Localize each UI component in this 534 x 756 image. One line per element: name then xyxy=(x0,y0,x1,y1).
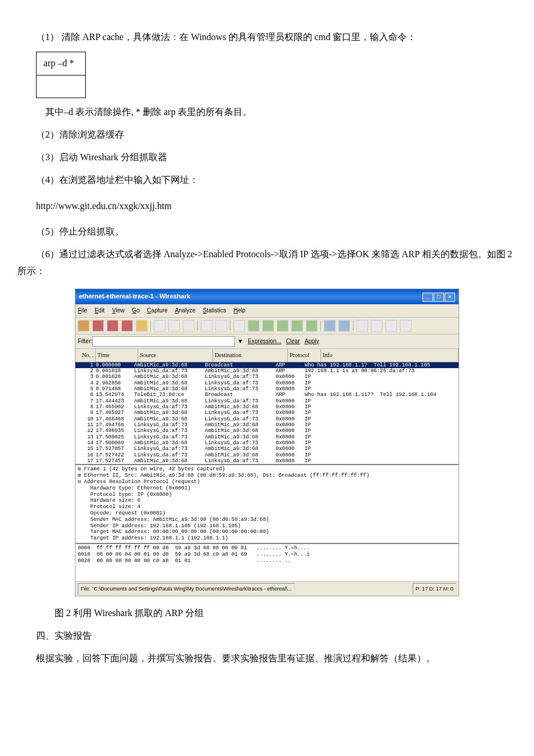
figure-caption: 图 2 利用 Wireshark 抓取的 ARP 分组 xyxy=(55,605,517,622)
reload-icon[interactable] xyxy=(201,320,212,332)
paragraph-3: （2）清除浏览器缓存 xyxy=(17,127,517,143)
menu-edit[interactable]: Edit xyxy=(95,307,104,314)
open-icon[interactable] xyxy=(154,320,165,332)
print-icon[interactable] xyxy=(215,320,227,332)
packet-row[interactable]: 1617.527422LinksysG_da:af:73AmbitMic_a9:… xyxy=(75,452,459,458)
minimize-icon[interactable]: _ xyxy=(423,293,433,302)
menu-analyze[interactable]: Analyze xyxy=(175,307,196,314)
packet-row[interactable]: 42.962850AmbitMic_a9:3d:68LinksysG_da:af… xyxy=(75,380,459,386)
paragraph-7: （6）通过过滤表达式或者选择 Analyze->Enabled Protocol… xyxy=(17,246,517,280)
menu-capture[interactable]: Capture xyxy=(147,307,168,314)
window-title: ethernet-ethereal-trace-1 - Wireshark xyxy=(79,291,190,303)
packet-row[interactable]: 1717.527457AmbitMic_a9:3d:68LinksysG_da:… xyxy=(75,458,459,464)
window-titlebar: ethernet-ethereal-trace-1 - Wireshark _□… xyxy=(75,289,459,304)
clear-link[interactable]: Clear xyxy=(286,336,300,347)
packet-row[interactable]: 1017.466468AmbitMic_a9:3d:68LinksysG_da:… xyxy=(75,416,459,422)
filter-label: Filter: xyxy=(78,336,92,347)
packet-row[interactable]: 30.001028AmbitMic_a9:3d:68LinksysG_da:af… xyxy=(75,374,459,380)
paragraph-8: 根据实验，回答下面问题，并撰写实验报告。要求实验报告里有证据、推演过程和解答（结… xyxy=(17,650,517,667)
close-icon[interactable]: × xyxy=(445,293,455,302)
packet-bytes-pane[interactable]: 0000 ff ff ff ff ff ff 00 d0 59 a9 3d 68… xyxy=(75,544,459,581)
col-destination[interactable]: Destination xyxy=(213,349,288,362)
status-bar: File: "C:\Documents and Settings\Paula W… xyxy=(75,581,459,596)
toolbar-sep-5 xyxy=(353,321,353,331)
toolbar-btn-2[interactable] xyxy=(92,320,104,332)
packet-details-pane[interactable]: ⊞ Frame 1 (42 bytes on wire, 42 bytes ca… xyxy=(75,465,459,544)
status-packets: P: 17 D: 17 M: 0 xyxy=(413,583,456,595)
filter-bar: Filter: ▼ Expression... Clear Apply xyxy=(75,334,459,349)
zoom-reset-icon[interactable] xyxy=(385,320,397,332)
find-icon[interactable] xyxy=(233,320,245,332)
goto-icon[interactable] xyxy=(277,320,288,332)
toolbar-btn-3[interactable] xyxy=(107,320,118,332)
packet-list-header: No. . Time Source Destination Protocol I… xyxy=(75,349,459,362)
paragraph-5: （4）在浏览器地址栏中输入如下网址： xyxy=(17,172,517,189)
apply-link[interactable]: Apply xyxy=(305,336,319,347)
url-text: http://www.git.edu.cn/xxgk/xxjj.htm xyxy=(36,198,517,215)
zoom-in-icon[interactable] xyxy=(356,320,368,332)
main-toolbar xyxy=(75,318,459,334)
autoscroll-icon[interactable] xyxy=(338,320,350,332)
forward-icon[interactable] xyxy=(262,320,274,332)
packet-row[interactable]: 1217.498935LinksysG_da:af:73AmbitMic_a9:… xyxy=(75,428,459,434)
col-time[interactable]: Time xyxy=(96,349,138,362)
menu-statistics[interactable]: Statistics xyxy=(203,307,226,314)
packet-list-pane[interactable]: No. . Time Source Destination Protocol I… xyxy=(75,349,459,466)
zoom-out-icon[interactable] xyxy=(371,320,383,332)
command-text: arp –d * xyxy=(37,52,86,75)
save-icon[interactable] xyxy=(168,320,180,332)
section-heading-4: 四、实验报告 xyxy=(17,628,517,645)
goto-first-icon[interactable] xyxy=(291,320,303,332)
col-no[interactable]: No. . xyxy=(75,349,96,362)
packet-row[interactable]: 917.465927AmbitMic_a9:3d:68LinksysG_da:a… xyxy=(75,410,459,416)
toolbar-btn-4[interactable] xyxy=(121,320,133,332)
packet-row[interactable]: 1317.500025LinksysG_da:af:73AmbitMic_a9:… xyxy=(75,434,459,440)
packet-row[interactable]: 1117.494766LinksysG_da:af:73AmbitMic_a9:… xyxy=(75,422,459,428)
toolbar-sep-3 xyxy=(230,321,230,331)
toolbar-btn-5[interactable] xyxy=(136,320,147,332)
expression-link[interactable]: Expression... xyxy=(248,336,282,347)
packet-row[interactable]: 717.444423AmbitMic_a9:3d:68LinksysG_da:a… xyxy=(75,398,459,404)
toolbar-sep xyxy=(150,321,151,331)
paragraph-6: （5）停止分组抓取。 xyxy=(17,224,517,240)
window-buttons: _□× xyxy=(422,291,455,303)
wireshark-window: ethernet-ethereal-trace-1 - Wireshark _□… xyxy=(75,289,459,596)
packet-row[interactable]: 10.000000AmbitMic_a9:3d:68BroadcastARPWh… xyxy=(75,362,459,368)
menu-help[interactable]: Help xyxy=(233,307,246,314)
paragraph-1: （1） 清除 ARP cache，具体做法：在 Windows 的具有管理员权限… xyxy=(17,29,517,46)
col-protocol[interactable]: Protocol xyxy=(288,349,321,362)
toolbar-sep-2 xyxy=(197,321,198,331)
close-file-icon[interactable] xyxy=(183,320,194,332)
command-box: arp –d * xyxy=(36,52,86,99)
menu-view[interactable]: View xyxy=(112,307,125,314)
status-file: File: "C:\Documents and Settings\Paula W… xyxy=(78,583,295,595)
menu-go[interactable]: Go xyxy=(132,307,139,314)
filter-input[interactable] xyxy=(92,336,235,347)
toolbar-btn-1[interactable] xyxy=(78,320,89,332)
packet-row[interactable]: 58.971488AmbitMic_a9:3d:68LinksysG_da:af… xyxy=(75,386,459,392)
packet-row[interactable]: 613.542974TeleBit_73:8d:ceBroadcastARPWh… xyxy=(75,392,459,398)
packet-row[interactable]: 1417.500069AmbitMic_a9:3d:68LinksysG_da:… xyxy=(75,440,459,446)
packet-row[interactable]: 1517.527057LinksysG_da:af:73AmbitMic_a9:… xyxy=(75,446,459,452)
maximize-icon[interactable]: □ xyxy=(434,293,444,302)
paragraph-2: 其中–d 表示清除操作, * 删除 arp 表里的所有条目。 xyxy=(17,104,517,121)
paragraph-4: （3）启动 Wireshark 分组抓取器 xyxy=(17,149,517,166)
menu-file[interactable]: File xyxy=(78,307,87,314)
blank-cell xyxy=(37,75,86,98)
menu-bar: File Edit View Go Capture Analyze Statis… xyxy=(75,304,459,318)
colorize-icon[interactable] xyxy=(324,320,335,332)
back-icon[interactable] xyxy=(248,320,259,332)
resize-icon[interactable] xyxy=(400,320,412,332)
col-source[interactable]: Source xyxy=(138,349,213,362)
goto-last-icon[interactable] xyxy=(306,320,317,332)
packet-row[interactable]: 817.465902LinksysG_da:af:73AmbitMic_a9:3… xyxy=(75,404,459,410)
toolbar-sep-4 xyxy=(320,321,321,331)
packet-row[interactable]: 20.001018LinksysG_da:af:73AmbitMic_a9:3d… xyxy=(75,368,459,374)
col-info[interactable]: Info xyxy=(321,349,459,362)
